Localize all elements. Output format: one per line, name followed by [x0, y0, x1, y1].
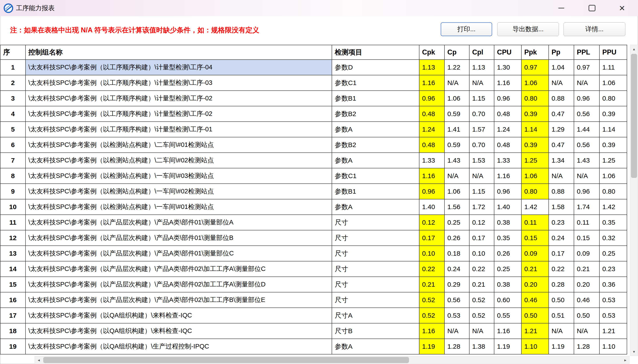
column-header-pp[interactable]: Pp: [549, 45, 574, 60]
cpl-cell[interactable]: 0.21: [469, 277, 494, 292]
cpl-cell[interactable]: 0.70: [469, 137, 494, 153]
ppl-cell[interactable]: 0.97: [574, 60, 599, 75]
cpk-cell[interactable]: 0.52: [419, 292, 444, 308]
row-number-cell[interactable]: 1: [0, 60, 26, 75]
row-number-cell[interactable]: 14: [0, 261, 26, 277]
cpl-cell[interactable]: 1.15: [469, 184, 494, 199]
table-row[interactable]: 5\太友科技SPC\参考案例（以工序顺序构建）\计量型检测\工序-01参数A1.…: [0, 122, 627, 137]
vertical-scrollbar[interactable]: ▲ ▼: [630, 45, 638, 356]
ppl-cell[interactable]: N/A: [574, 75, 599, 90]
cpk-cell[interactable]: 1.40: [419, 199, 444, 215]
table-row[interactable]: 4\太友科技SPC\参考案例（以工序顺序构建）\计量型检测\工序-02参数B20…: [0, 106, 627, 122]
ppl-cell[interactable]: 0.56: [574, 137, 599, 153]
cpu-cell[interactable]: 0.38: [494, 277, 521, 292]
ppu-cell[interactable]: 0.35: [599, 215, 627, 230]
inspection-item-cell[interactable]: 尺寸: [332, 277, 419, 292]
ppl-cell[interactable]: 0.11: [574, 215, 599, 230]
row-number-cell[interactable]: 17: [0, 308, 26, 323]
ppu-cell[interactable]: 0.23: [599, 261, 627, 277]
column-header-name[interactable]: 控制组名称: [26, 45, 332, 60]
control-group-name-cell[interactable]: \太友科技SPC\参考案例（以工序顺序构建）\计量型检测\工序-02: [26, 106, 332, 122]
column-header-item[interactable]: 检测项目: [332, 45, 419, 60]
cpu-cell[interactable]: 1.30: [494, 60, 521, 75]
ppu-cell[interactable]: 1.10: [599, 339, 627, 354]
cp-cell[interactable]: 0.25: [444, 215, 469, 230]
control-group-name-cell[interactable]: \太友科技SPC\参考案例（以产品层次构建）\产品A类\部件02\加工工序B\测…: [26, 292, 332, 308]
cp-cell[interactable]: N/A: [444, 323, 469, 339]
cpu-cell[interactable]: 0.96: [494, 90, 521, 106]
table-row[interactable]: 9\太友科技SPC\参考案例（以检测站点构建）\一车间\#02检测站点参数B10…: [0, 184, 627, 199]
cp-cell[interactable]: 1.43: [444, 153, 469, 168]
control-group-name-cell[interactable]: \太友科技SPC\参考案例（以产品层次构建）\产品A类\部件02\加工工序A\测…: [26, 261, 332, 277]
control-group-name-cell[interactable]: \太友科技SPC\参考案例（以QA组织构建）\来料检查-IQC: [26, 323, 332, 339]
pp-cell[interactable]: 1.58: [549, 199, 574, 215]
column-header-cpl[interactable]: Cpl: [469, 45, 494, 60]
inspection-item-cell[interactable]: 参数B2: [332, 106, 419, 122]
row-number-cell[interactable]: 7: [0, 153, 26, 168]
table-row[interactable]: 1\太友科技SPC\参考案例（以工序顺序构建）\计量型检测\工序-04参数D1.…: [0, 60, 627, 75]
cpk-cell[interactable]: 0.48: [419, 106, 444, 122]
horizontal-scrollbar[interactable]: ◄ ►: [35, 356, 629, 364]
cpu-cell[interactable]: 1.33: [494, 153, 521, 168]
inspection-item-cell[interactable]: 尺寸A: [332, 308, 419, 323]
ppk-cell[interactable]: 0.11: [521, 215, 549, 230]
row-number-cell[interactable]: 3: [0, 90, 26, 106]
ppk-cell[interactable]: 0.80: [521, 184, 549, 199]
ppl-cell[interactable]: N/A: [574, 323, 599, 339]
pp-cell[interactable]: 1.29: [549, 122, 574, 137]
ppl-cell[interactable]: 0.09: [574, 246, 599, 261]
ppk-cell[interactable]: 0.97: [521, 60, 549, 75]
export-data-button[interactable]: 导出数据...: [497, 22, 559, 36]
control-group-name-cell[interactable]: \太友科技SPC\参考案例（以产品层次构建）\产品A类\部件01\测量部位C: [26, 246, 332, 261]
cpl-cell[interactable]: 1.38: [469, 339, 494, 354]
inspection-item-cell[interactable]: 参数B1: [332, 90, 419, 106]
scroll-left-icon[interactable]: ◄: [35, 356, 43, 364]
ppl-cell[interactable]: 0.15: [574, 230, 599, 246]
cp-cell[interactable]: 0.29: [444, 277, 469, 292]
ppk-cell[interactable]: 0.39: [521, 106, 549, 122]
cpk-cell[interactable]: 0.96: [419, 90, 444, 106]
cpk-cell[interactable]: 1.24: [419, 122, 444, 137]
cpk-cell[interactable]: 0.52: [419, 308, 444, 323]
column-header-no[interactable]: 序: [0, 45, 26, 60]
cpl-cell[interactable]: 0.52: [469, 292, 494, 308]
pp-cell[interactable]: 0.51: [549, 308, 574, 323]
cp-cell[interactable]: 0.18: [444, 246, 469, 261]
pp-cell[interactable]: N/A: [549, 75, 574, 90]
cpk-cell[interactable]: 0.22: [419, 261, 444, 277]
cp-cell[interactable]: N/A: [444, 75, 469, 90]
ppk-cell[interactable]: 0.50: [521, 308, 549, 323]
cpu-cell[interactable]: 0.48: [494, 137, 521, 153]
inspection-item-cell[interactable]: 尺寸: [332, 215, 419, 230]
cp-cell[interactable]: 0.24: [444, 261, 469, 277]
cpu-cell[interactable]: 0.48: [494, 106, 521, 122]
ppu-cell[interactable]: 1.14: [599, 122, 627, 137]
cpu-cell[interactable]: 1.19: [494, 339, 521, 354]
inspection-item-cell[interactable]: 参数A: [332, 199, 419, 215]
cpk-cell[interactable]: 1.13: [419, 60, 444, 75]
ppu-cell[interactable]: 0.32: [599, 230, 627, 246]
cp-cell[interactable]: 1.28: [444, 339, 469, 354]
row-number-cell[interactable]: 8: [0, 168, 26, 184]
details-button[interactable]: 详情...: [563, 22, 625, 36]
pp-cell[interactable]: 0.23: [549, 215, 574, 230]
pp-cell[interactable]: 0.17: [549, 246, 574, 261]
cpl-cell[interactable]: 1.53: [469, 153, 494, 168]
maximize-button[interactable]: [581, 0, 603, 16]
ppu-cell[interactable]: 1.42: [599, 199, 627, 215]
row-number-cell[interactable]: 2: [0, 75, 26, 90]
ppl-cell[interactable]: 0.50: [574, 308, 599, 323]
pp-cell[interactable]: N/A: [549, 168, 574, 184]
table-row[interactable]: 3\太友科技SPC\参考案例（以工序顺序构建）\计量型检测\工序-02参数B10…: [0, 90, 627, 106]
cpu-cell[interactable]: 1.16: [494, 323, 521, 339]
pp-cell[interactable]: 0.24: [549, 230, 574, 246]
cpl-cell[interactable]: 1.13: [469, 60, 494, 75]
inspection-item-cell[interactable]: 尺寸: [332, 230, 419, 246]
cp-cell[interactable]: 0.59: [444, 106, 469, 122]
cpl-cell[interactable]: N/A: [469, 323, 494, 339]
row-number-cell[interactable]: 9: [0, 184, 26, 199]
ppu-cell[interactable]: 0.39: [599, 137, 627, 153]
cpk-cell[interactable]: 1.16: [419, 75, 444, 90]
control-group-name-cell[interactable]: \太友科技SPC\参考案例（以工序顺序构建）\计量型检测\工序-01: [26, 122, 332, 137]
cp-cell[interactable]: 1.06: [444, 184, 469, 199]
